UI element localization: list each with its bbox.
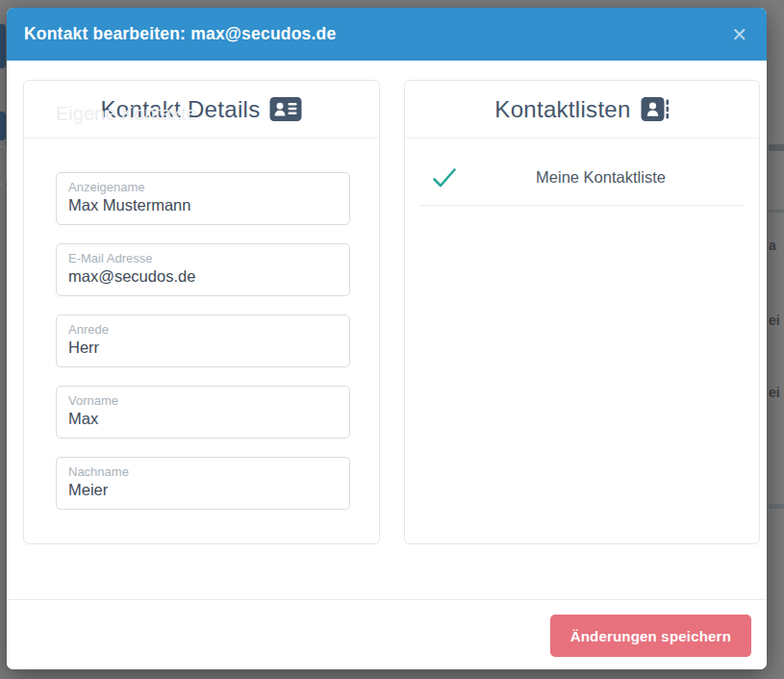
background-button-fragment [0, 24, 6, 68]
field-label: Vorname [68, 393, 338, 408]
field-label: Nachname [68, 465, 338, 479]
edit-contact-modal: Kontakt bearbeiten: max@secudos.de ✕ Eig… [7, 8, 767, 669]
check-icon [432, 167, 457, 189]
contact-list-item[interactable]: Meine Kontaktliste [405, 150, 759, 205]
vorname-input[interactable] [68, 410, 338, 428]
contact-list-item-label: Meine Kontaktliste [457, 168, 745, 187]
contact-details-form: Anzeigename E-Mail Adresse Anrede Vornam… [24, 138, 379, 510]
nachname-field[interactable]: Nachname [56, 457, 350, 510]
vorname-field[interactable]: Vorname [56, 386, 350, 439]
background-text-fragment: ei [769, 313, 784, 328]
contact-details-card-header: Kontakt Details [24, 81, 379, 138]
list-divider [419, 205, 745, 206]
background-row-fragment [769, 504, 784, 509]
email-input[interactable] [68, 267, 338, 286]
save-changes-button[interactable]: Änderungen speichern [550, 615, 751, 657]
background-row-fragment [769, 144, 784, 151]
contact-lists-title: Kontaktlisten [494, 96, 630, 123]
contact-lists-card: Kontaktlisten Meine Kontaktliste [404, 80, 760, 544]
nachname-input[interactable] [68, 481, 338, 499]
email-field[interactable]: E-Mail Adresse [56, 243, 350, 296]
background-button-fragment [0, 112, 6, 140]
anrede-field[interactable]: Anrede [56, 314, 350, 367]
background-row-fragment [769, 210, 784, 213]
anzeigename-input[interactable] [68, 196, 338, 214]
anzeigename-field[interactable]: Anzeigename [56, 172, 350, 225]
field-label: Anrede [68, 322, 338, 337]
address-book-icon [641, 96, 670, 122]
anrede-input[interactable] [68, 339, 338, 357]
contact-lists-card-header: Kontaktlisten [405, 81, 759, 138]
contact-details-title: Kontakt Details [101, 96, 261, 123]
background-text-fragment: ei [769, 385, 784, 400]
background-text-fragment: a [769, 238, 784, 253]
contact-details-card: Kontakt Details Anzeigename E-Mail Adres… [23, 80, 380, 544]
address-card-icon [269, 96, 302, 122]
modal-title: Kontakt bearbeiten: max@secudos.de [24, 24, 336, 44]
field-label: Anzeigename [68, 180, 338, 194]
background-input-fragment [0, 146, 7, 185]
field-label: E-Mail Adresse [68, 251, 338, 265]
modal-footer: Änderungen speichern [7, 599, 767, 669]
modal-header: Kontakt bearbeiten: max@secudos.de ✕ [7, 8, 767, 61]
close-icon[interactable]: ✕ [729, 21, 749, 48]
